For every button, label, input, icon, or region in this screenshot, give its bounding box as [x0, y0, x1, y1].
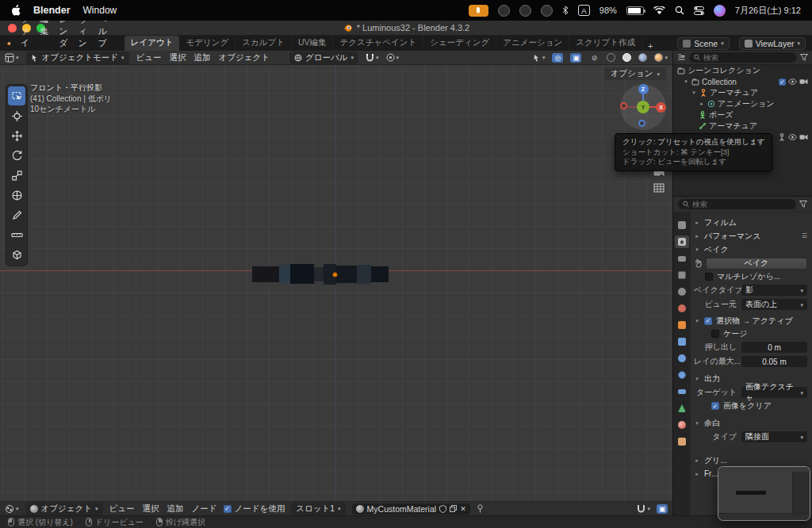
properties-search[interactable] [678, 199, 796, 209]
shader-menu-add[interactable]: 追加 [167, 503, 184, 515]
new-material-copy-icon[interactable] [450, 505, 457, 512]
mic-recording-indicator[interactable] [469, 5, 488, 17]
shading-rendered-button[interactable]: ▾ [654, 53, 668, 62]
filter-funnel-icon[interactable] [800, 54, 808, 61]
ortho-grid-icon[interactable] [653, 183, 665, 193]
properties-search-input[interactable] [692, 200, 791, 209]
editor-type-button[interactable]: ▾ [5, 504, 19, 514]
gizmo-z-axis[interactable]: Z [638, 84, 649, 94]
shading-solid-button[interactable] [622, 53, 631, 62]
tab-tool[interactable] [675, 219, 689, 231]
tool-add-primitive[interactable] [8, 245, 25, 264]
disclosure-icon[interactable]: ▾ [691, 90, 697, 96]
bake-type-dropdown[interactable]: 影▾ [741, 285, 807, 296]
preset-menu-icon[interactable]: ☰ [802, 232, 807, 239]
use-nodes-checkbox[interactable]: ✓ [224, 505, 232, 513]
workspace-tab-uv[interactable]: UV編集 [292, 36, 334, 51]
workspace-tab-scripting[interactable]: スクリプト作成 [569, 36, 642, 51]
tab-object[interactable] [675, 319, 689, 331]
gizmo-y-axis[interactable]: Y [637, 101, 649, 113]
unlink-material-icon[interactable]: ✕ [460, 505, 466, 513]
show-gizmo-toggle[interactable]: ◎ [552, 53, 563, 63]
add-workspace-button[interactable]: + [642, 41, 658, 51]
tab-texture[interactable] [675, 435, 689, 448]
panel-film[interactable]: ▸フィルム [694, 216, 807, 228]
panel-bake[interactable]: ▾ベイク [694, 243, 807, 255]
blender-app-menu-icon[interactable] [6, 39, 11, 48]
gizmo-negative-z-axis[interactable] [638, 120, 645, 127]
tool-annotate[interactable] [8, 205, 25, 224]
bluetooth-icon[interactable] [562, 6, 569, 15]
camera-icon[interactable] [799, 134, 808, 140]
material-name-widget[interactable]: MyCustomMaterial ✕ [352, 503, 470, 515]
view-from-dropdown[interactable]: 表面の上▾ [741, 299, 807, 310]
cage-checkbox[interactable]: ✓ [711, 330, 719, 338]
battery-icon[interactable] [626, 6, 644, 15]
margin-type-dropdown[interactable]: 隣接面▾ [741, 431, 807, 442]
transform-orientation-dropdown[interactable]: グローバル ▾ [289, 52, 358, 64]
panel-margin[interactable]: ▾余白 [694, 417, 807, 429]
workspace-tab-layout[interactable]: レイアウト [124, 36, 180, 51]
tool-transform[interactable] [8, 186, 25, 205]
viewlayer-selector[interactable]: ViewLayer ▾ [739, 37, 806, 50]
shader-type-dropdown[interactable]: オブジェクト▾ [25, 503, 103, 515]
menubar-status-icon-1[interactable] [498, 5, 510, 17]
object-origin-dot[interactable] [332, 272, 338, 277]
siri-icon[interactable] [714, 5, 726, 17]
shading-wireframe-button[interactable] [607, 53, 615, 62]
eye-icon[interactable] [788, 78, 797, 85]
tab-constraints[interactable] [675, 385, 689, 398]
menubar-status-icon-2[interactable] [519, 5, 531, 17]
shader-menu-view[interactable]: ビュー [109, 503, 135, 515]
close-window-button[interactable] [8, 24, 17, 33]
tab-material[interactable] [675, 419, 689, 431]
tab-particles[interactable] [675, 352, 689, 365]
menubar-clock[interactable]: 7月26日(土) 9:12 [735, 5, 801, 17]
from-multires-checkbox[interactable]: ✓ [705, 273, 713, 281]
snapping-icon[interactable]: ▾ [637, 504, 650, 513]
shader-menu-node[interactable]: ノード [192, 503, 217, 515]
eye-icon[interactable] [788, 134, 797, 140]
extrusion-field[interactable]: 0 m [741, 342, 807, 353]
outliner-row-scene-collection[interactable]: シーンコレクション [673, 65, 812, 76]
panel-selected-to-active[interactable]: ▾ ✓ 選択物 → アクティブ [694, 315, 807, 327]
selectability-dropdown[interactable]: ▾ [533, 54, 546, 62]
tab-world[interactable] [675, 302, 689, 315]
tab-view-layer[interactable] [675, 269, 689, 281]
modifier-armature-icon[interactable] [778, 133, 786, 141]
editor-type-button[interactable]: ▾ [5, 53, 19, 63]
editor-type-icon[interactable] [677, 53, 686, 62]
collection-enable-checkbox[interactable]: ✓ [779, 78, 786, 86]
workspace-tab-modeling[interactable]: モデリング [179, 36, 236, 51]
bake-button[interactable]: ベイク [706, 258, 807, 270]
apple-menu[interactable] [11, 5, 21, 16]
tool-rotate[interactable] [8, 146, 25, 165]
tab-output[interactable] [675, 252, 689, 265]
tab-scene[interactable] [675, 285, 689, 298]
filter-funnel-icon[interactable] [799, 201, 807, 208]
disclosure-icon[interactable]: ▾ [683, 78, 689, 85]
spotlight-search-icon[interactable] [675, 6, 684, 15]
tool-move[interactable] [8, 126, 25, 145]
outliner-row-armature-data[interactable]: アーマチュア [673, 121, 812, 132]
shading-material-button[interactable] [638, 53, 647, 62]
3d-viewport[interactable]: フロント・平行投影 (41) Collection | 低ポリ 10センチメート… [0, 65, 672, 501]
clear-image-checkbox[interactable]: ✓ [711, 402, 719, 410]
viewport-menu-add[interactable]: 追加 [194, 52, 211, 63]
workspace-tab-shading[interactable]: シェーディング [423, 36, 496, 51]
wifi-icon[interactable] [653, 6, 665, 15]
tool-cursor[interactable] [8, 106, 25, 125]
target-dropdown[interactable]: 画像テクスチャ▾ [741, 387, 807, 398]
gizmo-x-axis[interactable]: X [656, 102, 666, 113]
outliner-row-collection[interactable]: ▾ Collection ✓ [673, 76, 812, 87]
3d-model[interactable] [252, 263, 389, 285]
workspace-tab-texturepaint[interactable]: テクスチャペイント [333, 36, 423, 51]
pin-icon[interactable] [477, 504, 484, 513]
panel-performance[interactable]: ▸パフォーマンス☰ [694, 230, 807, 242]
viewport-options-button[interactable]: オプション▾ [604, 67, 666, 80]
outliner-search[interactable] [689, 52, 797, 63]
show-overlays-toggle[interactable]: ▣ [570, 53, 581, 63]
shader-overlays-toggle[interactable]: ▣ [657, 504, 668, 514]
shader-menu-select[interactable]: 選択 [143, 503, 159, 515]
material-slot-dropdown[interactable]: スロット1▾ [291, 503, 345, 515]
